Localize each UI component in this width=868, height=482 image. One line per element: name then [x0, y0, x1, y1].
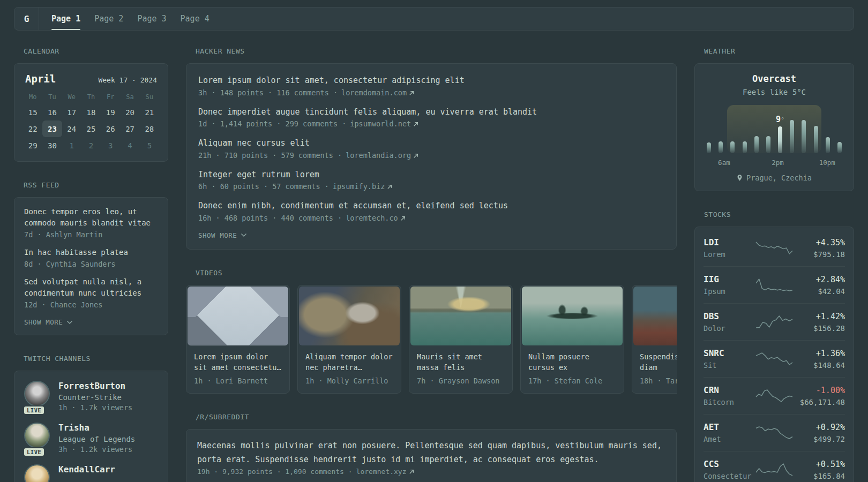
tab-page-1[interactable]: Page 1 — [44, 7, 87, 30]
stock-row[interactable]: IIGIpsum +2.84%$42.04 — [704, 266, 845, 303]
twitch-channel-category: Counter-Strike — [58, 393, 132, 402]
rss-item-title-link[interactable]: Sed volutpat nulla nisl, a condimentum n… — [24, 276, 158, 299]
twitch-channel-name: KendallCarr — [58, 464, 115, 475]
hn-item-meta: 21h · 710 points · 579 comments ·loremla… — [198, 151, 664, 160]
stock-price: $795.18 — [794, 250, 845, 259]
stock-name: Dolor — [704, 324, 755, 333]
calendar-day[interactable]: 28 — [140, 120, 159, 137]
stock-row[interactable]: SNRCSit +1.36%$148.64 — [704, 340, 845, 377]
stock-price: $66,171.48 — [794, 398, 845, 406]
calendar-day[interactable]: 5 — [140, 137, 159, 154]
calendar-widget: CALENDAR April Week 17 · 2024 MoTuWeThFr… — [14, 47, 168, 162]
hn-item-domain-link[interactable]: ipsumify.biz — [333, 182, 393, 191]
video-card-body: Mauris sit amet massa felis 7h · Grayson… — [410, 345, 511, 393]
calendar-day[interactable]: 27 — [120, 120, 139, 137]
calendar-weekday: Fr — [101, 93, 120, 101]
hn-item-meta: 16h · 468 points · 440 comments ·loremte… — [198, 214, 664, 222]
stock-symbol: CRN — [704, 385, 755, 395]
calendar-header: April Week 17 · 2024 — [23, 73, 159, 85]
stock-name: Bitcorn — [704, 398, 755, 406]
page-tabs: Page 1 Page 2 Page 3 Page 4 — [39, 7, 216, 30]
calendar-day[interactable]: 18 — [81, 104, 101, 120]
video-card[interactable]: Mauris sit amet massa felis 7h · Grayson… — [409, 285, 513, 394]
hn-item-domain-link[interactable]: loremdomain.com — [341, 88, 414, 97]
video-card[interactable]: Suspendisse diam 18h · Tara — [632, 285, 677, 394]
calendar-day[interactable]: 4 — [120, 137, 139, 154]
twitch-channel-meta: 3h · 1.2k viewers — [58, 445, 135, 454]
hn-item-title-link[interactable]: Aliquam nec cursus elit — [198, 137, 664, 149]
stock-name: Amet — [704, 435, 755, 443]
weather-bar — [802, 120, 806, 153]
calendar-weekday: Tu — [42, 93, 62, 101]
hn-item-title-link[interactable]: Donec imperdiet augue tincidunt felis al… — [198, 106, 664, 118]
show-more-button[interactable]: SHOW MORE — [198, 231, 247, 239]
calendar-day[interactable]: 21 — [140, 104, 159, 120]
subreddit-post-domain-link[interactable]: loremnet.xyz — [356, 468, 414, 476]
weather-hourly-chart: 9° — [707, 105, 842, 153]
calendar-day[interactable]: 16 — [42, 104, 62, 120]
subreddit-post-stats: 19h · 9,932 points · 1,090 comments · — [197, 468, 353, 476]
stock-row[interactable]: CCSConsectetur +0.51%$165.84 — [704, 451, 845, 482]
hn-item-domain-link[interactable]: loremtech.co — [346, 214, 406, 222]
rss-widget: RSS FEED Donec tempor eros leo, ut commo… — [14, 181, 168, 335]
calendar-day[interactable]: 3 — [101, 137, 120, 154]
hn-item-title-link[interactable]: Integer eget rutrum lorem — [198, 169, 664, 181]
logo[interactable]: G — [14, 7, 39, 30]
tab-page-4[interactable]: Page 4 — [174, 7, 216, 30]
weather-feels-like: Feels like 5°C — [705, 88, 844, 96]
calendar-day[interactable]: 17 — [62, 104, 81, 120]
calendar-day[interactable]: 1 — [62, 137, 81, 154]
stock-row[interactable]: CRNBitcorn -1.00%$66,171.48 — [704, 377, 845, 414]
tab-page-2[interactable]: Page 2 — [87, 7, 130, 30]
rss-item-meta: 8d · Cynthia Saunders — [24, 260, 158, 268]
subreddit-post-meta: 19h · 9,932 points · 1,090 comments ·lor… — [197, 468, 665, 476]
weather-location-row: Prague, Czechia — [705, 174, 844, 182]
stock-sparkline-chart — [755, 241, 793, 255]
video-title: Suspendisse diam — [640, 351, 677, 374]
stock-change: +1.42% — [794, 312, 845, 321]
video-card[interactable]: Nullam posuere cursus ex 17h · Stefan Co… — [520, 285, 624, 394]
calendar-day[interactable]: 22 — [23, 120, 42, 137]
section-label-stocks: STOCKS — [704, 210, 854, 219]
avatar-image — [24, 464, 50, 482]
video-card[interactable]: Lorem ipsum dolor sit amet consectetu… 1… — [186, 285, 290, 394]
subreddit-post-title-link[interactable]: Maecenas mollis pulvinar erat non posuer… — [197, 439, 665, 466]
calendar-day[interactable]: 20 — [120, 104, 139, 120]
calendar-day[interactable]: 19 — [101, 104, 120, 120]
hn-item-domain-link[interactable]: loremlandia.org — [346, 151, 418, 160]
calendar-day[interactable]: 30 — [42, 137, 62, 154]
hn-item: Lorem ipsum dolor sit amet, consectetur … — [198, 74, 664, 97]
section-label-weather: WEATHER — [704, 47, 854, 55]
calendar-day[interactable]: 23 — [42, 120, 62, 137]
twitch-channel[interactable]: LIVE Trisha League of Legends 3h · 1.2k … — [24, 423, 158, 454]
twitch-channel-name: ForrestBurton — [58, 381, 132, 391]
hn-item-title-link[interactable]: Lorem ipsum dolor sit amet, consectetur … — [198, 74, 664, 87]
weather-bar — [826, 137, 830, 153]
calendar-day[interactable]: 26 — [101, 120, 120, 137]
stock-row[interactable]: DBSDolor +1.42%$156.28 — [704, 303, 845, 340]
rss-item-title-link[interactable]: In hac habitasse platea — [24, 247, 158, 258]
rss-item: Donec tempor eros leo, ut commodo mauris… — [24, 206, 158, 239]
video-card[interactable]: Aliquam tempor dolor nec pharetra… 1h · … — [297, 285, 401, 394]
twitch-channel[interactable]: LIVE ForrestBurton Counter-Strike 1h · 1… — [24, 381, 158, 412]
video-card-body: Aliquam tempor dolor nec pharetra… 1h · … — [299, 345, 400, 393]
weather-location: Prague, Czechia — [746, 174, 812, 182]
calendar-day[interactable]: 29 — [23, 137, 42, 154]
calendar-day[interactable]: 15 — [23, 104, 42, 120]
weather-bar — [790, 120, 794, 153]
stock-row[interactable]: LDILorem +4.35%$795.18 — [704, 230, 845, 266]
calendar-day[interactable]: 25 — [81, 120, 101, 137]
section-label-hackernews: HACKER NEWS — [196, 47, 677, 55]
tab-page-3[interactable]: Page 3 — [130, 7, 173, 30]
hn-item-title-link[interactable]: Donec enim nibh, condimentum et accumsan… — [198, 200, 664, 212]
calendar-day[interactable]: 24 — [62, 120, 81, 137]
rss-item-title-link[interactable]: Donec tempor eros leo, ut commodo mauris… — [24, 206, 158, 229]
show-more-button[interactable]: SHOW MORE — [24, 318, 73, 326]
hn-item-domain-link[interactable]: ipsumworld.net — [350, 119, 418, 128]
videos-scroll-row[interactable]: Lorem ipsum dolor sit amet consectetu… 1… — [186, 285, 677, 394]
twitch-widget: TWITCH CHANNELS LIVE ForrestBurton Count… — [14, 355, 168, 482]
calendar-day[interactable]: 2 — [81, 137, 101, 154]
external-link-icon — [409, 469, 414, 475]
stock-row[interactable]: AETAmet +0.92%$499.72 — [704, 414, 845, 451]
twitch-channel[interactable]: KendallCarr — [24, 464, 158, 482]
